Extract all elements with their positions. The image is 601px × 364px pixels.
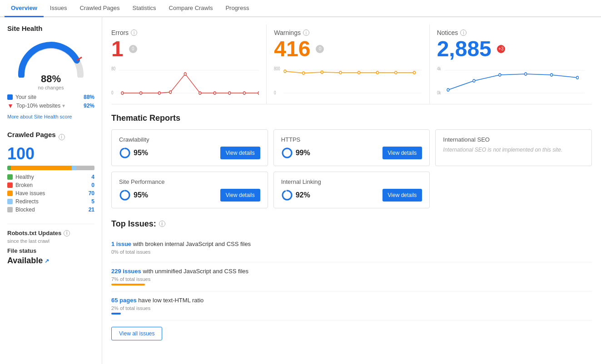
svg-point-11	[214, 92, 216, 94]
top10-chevron-icon[interactable]: ▾	[62, 103, 65, 109]
legend-dot	[7, 182, 13, 188]
notices-info-icon[interactable]: i	[460, 30, 467, 36]
legend-label: Redirects	[15, 198, 39, 205]
notices-badge: +3	[497, 45, 505, 53]
robots-info-icon[interactable]: i	[64, 230, 70, 236]
svg-point-26	[413, 71, 416, 74]
legend-dot	[7, 199, 13, 204]
robots-title: Robots.txt Updates i	[7, 230, 94, 236]
tab-overview[interactable]: Overview	[5, 0, 44, 17]
svg-point-31	[447, 89, 449, 91]
thematic-reports-title: Thematic Reports	[111, 113, 592, 123]
svg-point-44	[283, 191, 292, 200]
your-site-dot	[7, 94, 13, 100]
bar-healthy	[7, 166, 11, 170]
issue-link-2[interactable]: 229 issues	[111, 268, 141, 275]
robots-sub: since the last crawl	[7, 238, 94, 244]
svg-point-12	[228, 92, 231, 94]
legend-item: Redirects 5	[7, 198, 94, 205]
legend-value: 70	[89, 190, 94, 197]
https-view-details-btn[interactable]: View details	[382, 147, 422, 159]
crawled-pages-bar	[7, 166, 94, 170]
legend-items: Healthy 4 Broken 0 Have issues 70 Redire…	[7, 174, 94, 213]
svg-point-9	[184, 73, 186, 75]
errors-value: 1	[111, 37, 124, 61]
issue-row-1: 1 issue with broken internal JavaScript …	[111, 235, 592, 262]
legend-value: 5	[91, 198, 94, 205]
svg-point-23	[358, 71, 360, 74]
more-about-link[interactable]: More about Site Health score	[7, 113, 94, 120]
errors-block: Errors i 1 0 80 0	[111, 25, 267, 104]
gauge-label: 88% no changes	[38, 73, 64, 90]
svg-text:800: 800	[274, 66, 280, 71]
crawlability-title: Crawlability	[119, 136, 260, 143]
tab-statistics[interactable]: Statistics	[126, 0, 163, 17]
legend-dot	[7, 174, 13, 180]
legend-dot	[7, 191, 13, 196]
external-link-icon[interactable]: ↗	[45, 258, 49, 264]
top-issues-info-icon[interactable]: i	[159, 221, 165, 227]
errors-badge: 0	[129, 45, 137, 53]
view-all-issues-btn[interactable]: View all issues	[111, 327, 162, 340]
bar-redirects	[72, 166, 76, 170]
svg-point-8	[169, 91, 172, 93]
issue-row-3: 65 pages have low text-HTML ratio 2% of …	[111, 291, 592, 320]
svg-text:80: 80	[111, 66, 115, 71]
issue-link-3[interactable]: 65 pages	[111, 297, 137, 304]
crawlability-view-details-btn[interactable]: View details	[220, 147, 260, 159]
crawled-pages-count: 100	[7, 146, 94, 162]
issue-link-1[interactable]: 1 issue	[111, 241, 131, 247]
svg-point-38	[120, 148, 129, 157]
svg-point-13	[243, 92, 245, 94]
issue-row-2: 229 issues with unminified JavaScript an…	[111, 262, 592, 291]
your-site-label: Your site	[15, 94, 36, 100]
legend-label: Blocked	[15, 207, 35, 213]
file-status-value: Available ↗	[7, 256, 94, 266]
svg-point-19	[284, 70, 286, 73]
crawled-pages-info-icon[interactable]: i	[59, 134, 65, 140]
warnings-info-icon[interactable]: i	[303, 30, 309, 36]
internal-linking-percent: 92%	[281, 189, 310, 201]
tab-progress[interactable]: Progress	[219, 0, 255, 17]
tab-issues[interactable]: Issues	[44, 0, 74, 17]
legend-value: 4	[91, 174, 94, 180]
tab-compare-crawls[interactable]: Compare Crawls	[163, 0, 219, 17]
svg-point-5	[121, 92, 124, 94]
notices-title: Notices i	[437, 29, 585, 36]
svg-point-32	[473, 79, 475, 82]
intl-seo-title: International SEO	[443, 136, 584, 143]
thematic-grid: Crawlability 95% View details	[111, 129, 592, 208]
site-health-title: Site Health	[7, 25, 94, 32]
robots-section: Robots.txt Updates i since the last craw…	[7, 224, 94, 244]
https-percent: 99%	[281, 147, 310, 159]
https-title: HTTPS	[281, 136, 422, 143]
svg-point-24	[377, 71, 379, 74]
legend-label: Have issues	[15, 190, 45, 197]
top10-value: 92%	[84, 103, 94, 109]
legend-label: Healthy	[15, 174, 34, 180]
warnings-value: 416	[274, 37, 310, 61]
sidebar: Site Health 88% no changes	[0, 17, 102, 364]
errors-info-icon[interactable]: i	[131, 30, 137, 36]
issue-text-2: 229 issues with unminified JavaScript an…	[111, 268, 592, 275]
issue-sub-3: 2% of total issues	[111, 305, 592, 311]
top10-label: Top-10% websites ▾	[16, 103, 65, 109]
issue-bar-3	[111, 313, 121, 315]
crawled-pages-title: Crawled Pages	[7, 131, 56, 138]
gauge-sub: no changes	[38, 85, 64, 90]
content-area: Errors i 1 0 80 0	[102, 17, 601, 364]
legend-item: Broken 0	[7, 182, 94, 188]
site-performance-view-details-btn[interactable]: View details	[220, 189, 260, 202]
legend-value: 21	[89, 207, 94, 213]
thematic-card-site-performance: Site Performance 95% View details	[111, 172, 268, 208]
svg-point-40	[283, 148, 292, 157]
notices-value: 2,885	[437, 37, 492, 61]
svg-point-25	[395, 71, 397, 74]
thematic-card-crawlability: Crawlability 95% View details	[111, 129, 268, 166]
thematic-card-internal-linking: Internal Linking 92% View details	[273, 172, 430, 208]
internal-linking-view-details-btn[interactable]: View details	[382, 189, 422, 202]
issue-sub-2: 7% of total issues	[111, 276, 592, 282]
main-layout: Site Health 88% no changes	[0, 17, 601, 364]
gauge-chart	[15, 37, 87, 78]
tab-crawled-pages[interactable]: Crawled Pages	[73, 0, 126, 17]
